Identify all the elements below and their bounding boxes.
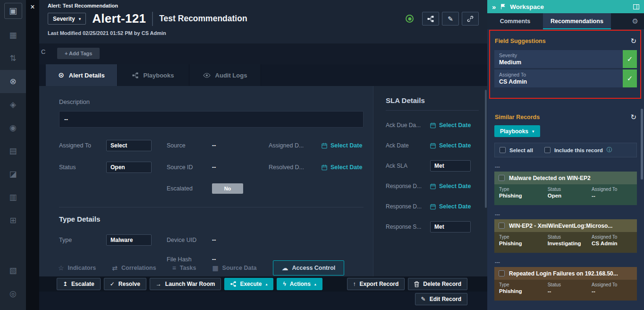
- similar-record-card[interactable]: Malware Detected on WIN-EP2 TypePhishing…: [494, 172, 637, 205]
- edit-record-icon-button[interactable]: ✎: [442, 12, 459, 26]
- copy-link-button[interactable]: [462, 12, 479, 26]
- record-status: Open: [548, 193, 592, 198]
- sidebar-item-help[interactable]: ◎: [0, 282, 26, 305]
- execute-playbook-button[interactable]: [422, 12, 439, 26]
- edit-record-row: ✎ Edit Record: [415, 293, 467, 305]
- response-date-picker[interactable]: Select Date: [430, 203, 471, 210]
- delete-record-button[interactable]: Delete Record: [408, 278, 467, 290]
- star-icon: ☆: [58, 264, 64, 272]
- type-input[interactable]: Malware: [106, 234, 152, 246]
- ack-sla-input[interactable]: Met: [430, 160, 471, 172]
- record-group-label: ---: [495, 259, 636, 265]
- edit-record-button[interactable]: ✎ Edit Record: [415, 293, 467, 305]
- launch-war-room-button[interactable]: → Launch War Room: [150, 278, 221, 290]
- similar-record-card[interactable]: WIN-EP2 - XmlWinEventLog:Microso... Type…: [494, 219, 637, 253]
- export-icon: ↑: [353, 281, 356, 287]
- record-checkbox[interactable]: [499, 223, 505, 229]
- assigned-date-picker[interactable]: Select Date: [322, 142, 364, 149]
- suggestion-content[interactable]: Assigned To CS Admin: [494, 69, 623, 87]
- suggestion-field-label: Assigned To: [499, 72, 618, 78]
- ack-date-picker[interactable]: Select Date: [430, 142, 471, 149]
- assigned-to-input[interactable]: Select: [106, 140, 152, 151]
- description-label: Description: [59, 98, 373, 105]
- subtab-label: Tasks: [180, 265, 196, 271]
- sidebar-item-connectors[interactable]: ⊞: [0, 209, 26, 232]
- escalated-toggle[interactable]: No: [212, 183, 243, 194]
- layout-columns-icon[interactable]: [633, 4, 639, 9]
- select-all-checkbox[interactable]: [500, 147, 506, 153]
- subtab-correlations[interactable]: ⇄ Correlations: [112, 264, 156, 272]
- tab-audit-logs[interactable]: Audit Logs: [189, 64, 261, 86]
- collapse-workspace-icon[interactable]: »: [492, 3, 496, 11]
- sidebar-item-widgets[interactable]: ▥: [0, 186, 26, 209]
- select-date-label: Select Date: [439, 203, 471, 210]
- subtab-label: Correlations: [121, 265, 156, 271]
- severity-dropdown[interactable]: Severity ▾: [48, 13, 86, 25]
- refresh-similar-records-button[interactable]: ↻: [630, 113, 636, 121]
- refresh-suggestions-button[interactable]: ↻: [630, 37, 636, 45]
- source-value: --: [212, 142, 269, 149]
- subtab-indicators[interactable]: ☆ Indicators: [58, 264, 96, 272]
- sidebar-item-queues[interactable]: ⇅: [0, 47, 26, 70]
- button-label: Export Record: [360, 281, 399, 287]
- resolved-date-picker[interactable]: Select Date: [322, 164, 364, 171]
- escalate-button[interactable]: ↥ Escalate: [57, 278, 101, 290]
- sidebar-item-threat-intel[interactable]: ◈: [0, 93, 26, 116]
- scrollbar-thumb[interactable]: [641, 109, 643, 180]
- ack-due-date-picker[interactable]: Select Date: [430, 122, 471, 129]
- chevron-down-icon: ▾: [79, 17, 81, 21]
- breadcrumb: Alert: Test Recommendation: [48, 3, 479, 9]
- similar-record-card[interactable]: Repeated Login Failures on 192.168.50...…: [494, 267, 637, 301]
- subtab-source-data[interactable]: ▦ Source Data: [212, 264, 256, 272]
- button-label: Actions: [290, 281, 311, 287]
- workspace-settings-button[interactable]: ⚙: [632, 13, 644, 29]
- record-assigned: CS Admin: [592, 241, 632, 246]
- alert-details-panel: Description -- Assigned To Select Source…: [39, 86, 487, 276]
- sidebar-item-reports[interactable]: ◪: [0, 163, 26, 186]
- app-logo-icon[interactable]: ▣: [4, 3, 22, 19]
- info-icon[interactable]: ⓘ: [607, 146, 612, 154]
- include-record-checkbox[interactable]: [544, 147, 551, 153]
- select-date-label: Select Date: [330, 164, 362, 171]
- add-tags-button[interactable]: + Add Tags: [57, 48, 100, 59]
- sidebar-item-dashboards[interactable]: ▦: [0, 24, 26, 47]
- status-input[interactable]: Open: [106, 162, 152, 173]
- response-sla-input[interactable]: Met: [430, 221, 471, 232]
- chevron-up-icon: ▴: [265, 282, 267, 286]
- incidents-icon: ⊗: [9, 77, 16, 86]
- source-id-value: --: [212, 164, 269, 171]
- similar-record-group: --- Malware Detected on WIN-EP2 TypePhis…: [487, 164, 644, 205]
- tab-playbooks[interactable]: Playbooks: [118, 64, 189, 86]
- playbooks-dropdown[interactable]: Playbooks ▾: [494, 125, 540, 137]
- record-checkbox[interactable]: [499, 175, 505, 181]
- sidebar-item-assets[interactable]: ▤: [0, 139, 26, 163]
- tab-alert-details[interactable]: ⊙ Alert Details: [46, 64, 118, 86]
- suggestion-content[interactable]: Severity Medium: [494, 50, 623, 68]
- select-all-label: Select all: [509, 147, 533, 153]
- apply-suggestion-button[interactable]: ✓: [623, 50, 637, 68]
- tab-recommendations[interactable]: Recommendations: [543, 13, 611, 29]
- collapsed-list-strip: ×: [26, 0, 39, 310]
- meta-label-type: Type: [499, 282, 548, 287]
- export-record-button[interactable]: ↑ Export Record: [347, 278, 405, 290]
- subtab-tasks[interactable]: ≡ Tasks: [172, 264, 196, 272]
- sidebar-item-automation[interactable]: ◉: [0, 116, 26, 139]
- description-field[interactable]: --: [59, 111, 364, 128]
- actions-button[interactable]: ϟ Actions ▴: [277, 278, 322, 290]
- apply-suggestion-button[interactable]: ✓: [623, 69, 637, 87]
- sidebar-item-incidents[interactable]: ⊗: [0, 70, 26, 93]
- response-sla-label: Response S...: [386, 224, 430, 230]
- related-record-tabs: ☆ Indicators ⇄ Correlations ≡ Tasks ▦ So…: [58, 259, 344, 276]
- execute-button[interactable]: Execute ▴: [224, 278, 273, 290]
- sidebar-item-tasks[interactable]: ▧: [0, 259, 26, 282]
- response-due-date-picker[interactable]: Select Date: [430, 183, 471, 189]
- resolve-button[interactable]: ✓ Resolve: [104, 278, 146, 290]
- help-icon: ◎: [9, 289, 17, 299]
- close-record-button[interactable]: ×: [26, 3, 39, 11]
- playbooks-dropdown-label: Playbooks: [500, 128, 528, 135]
- list-icon: ≡: [172, 264, 176, 272]
- tab-label: Audit Logs: [215, 72, 247, 79]
- record-checkbox[interactable]: [499, 270, 505, 276]
- tab-comments[interactable]: Comments: [487, 13, 543, 29]
- subtab-access-control[interactable]: ☁ Access Control: [273, 260, 345, 276]
